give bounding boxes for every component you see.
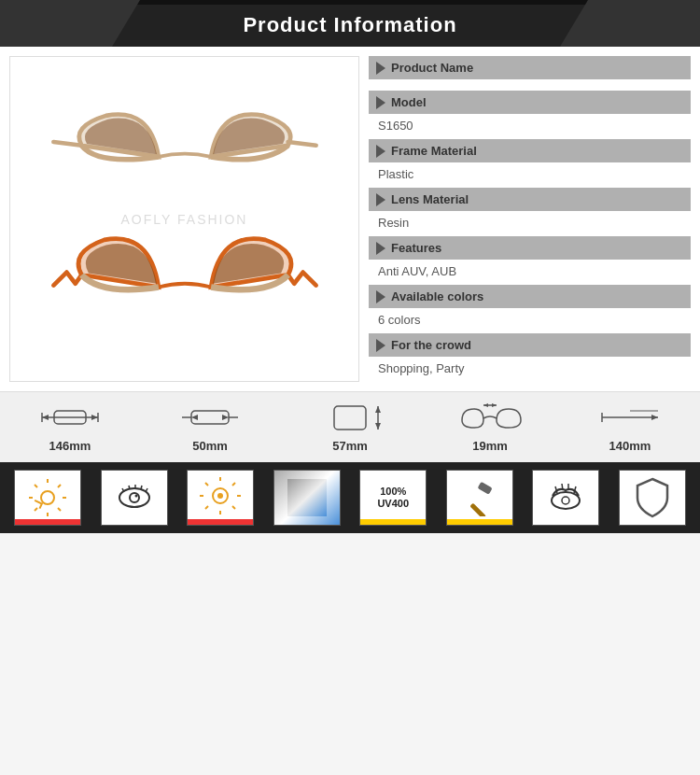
feature-gradient-lens bbox=[270, 470, 344, 526]
yellow-bar-5 bbox=[447, 519, 512, 525]
svg-line-57 bbox=[562, 484, 563, 490]
svg-line-1 bbox=[287, 142, 315, 146]
svg-point-34 bbox=[130, 493, 139, 502]
measurement-icon-temple bbox=[597, 402, 663, 434]
arrow-icon-4 bbox=[376, 242, 385, 255]
uv400-text: 100%UV400 bbox=[377, 486, 409, 510]
arrow-icon-3 bbox=[376, 193, 385, 206]
svg-marker-15 bbox=[375, 406, 381, 413]
svg-point-35 bbox=[134, 495, 137, 498]
svg-rect-53 bbox=[469, 503, 486, 516]
feature-icon-lash bbox=[532, 470, 599, 526]
measurement-icon-total-width bbox=[37, 402, 103, 434]
main-content: AOFLY FASHION Product Name Model S1650 F… bbox=[0, 47, 700, 391]
field-value-2: Plastic bbox=[369, 162, 691, 188]
feature-light-filter bbox=[183, 470, 258, 526]
svg-line-32 bbox=[35, 508, 37, 511]
field-value-1: S1650 bbox=[369, 114, 691, 139]
measurement-lens-height: 57mm bbox=[317, 402, 383, 453]
field-label-2: Frame Material bbox=[391, 144, 477, 158]
arrow-icon-5 bbox=[376, 290, 385, 303]
field-value-3: Resin bbox=[369, 211, 691, 236]
field-label-0: Product Name bbox=[391, 61, 473, 75]
measurement-label-2: 57mm bbox=[332, 439, 368, 453]
field-value-5: 6 colors bbox=[369, 308, 691, 333]
svg-marker-3 bbox=[42, 415, 49, 420]
page-header: Product Information bbox=[0, 0, 700, 47]
feature-eye-protection bbox=[97, 470, 172, 526]
field-label-1: Model bbox=[391, 95, 427, 109]
field-value-4: Anti AUV, AUB bbox=[369, 260, 691, 285]
svg-point-24 bbox=[41, 491, 54, 504]
field-header-model: Model bbox=[369, 91, 691, 114]
svg-rect-51 bbox=[287, 479, 327, 516]
yellow-bar-4 bbox=[360, 519, 426, 525]
field-header-frame: Frame Material bbox=[369, 139, 691, 162]
measurement-total-width: 146mm bbox=[37, 402, 103, 453]
measurement-bridge-width: 19mm bbox=[457, 402, 523, 453]
svg-marker-16 bbox=[375, 423, 381, 430]
product-image-panel: AOFLY FASHION bbox=[9, 56, 359, 382]
measurement-lens-width: 50mm bbox=[177, 402, 243, 453]
svg-line-37 bbox=[129, 486, 130, 489]
svg-line-40 bbox=[146, 488, 147, 492]
svg-marker-18 bbox=[483, 403, 488, 407]
info-panel: Product Name Model S1650 Frame Material … bbox=[369, 56, 691, 382]
features-bar: 100%UV400 bbox=[0, 462, 700, 533]
ribbon-right bbox=[560, 0, 700, 47]
feature-durable bbox=[442, 470, 517, 526]
measurement-label-0: 146mm bbox=[49, 439, 91, 453]
field-label-5: Available colors bbox=[391, 289, 483, 303]
feature-icon-eye bbox=[101, 470, 168, 526]
svg-point-55 bbox=[562, 497, 569, 504]
svg-point-50 bbox=[217, 493, 223, 499]
svg-rect-13 bbox=[334, 406, 366, 430]
feature-anti-fog bbox=[528, 470, 603, 526]
field-label-6: For the crowd bbox=[391, 338, 471, 352]
svg-marker-4 bbox=[91, 415, 98, 420]
measurement-icon-bridge bbox=[457, 402, 523, 434]
measurement-icon-lens-width bbox=[177, 402, 243, 434]
feature-icon-hammer bbox=[446, 470, 513, 526]
field-header-colors: Available colors bbox=[369, 285, 691, 308]
glasses-container: AOFLY FASHION bbox=[20, 100, 349, 337]
field-header-crowd: For the crowd bbox=[369, 333, 691, 357]
svg-rect-52 bbox=[477, 482, 492, 495]
svg-line-39 bbox=[141, 486, 142, 489]
svg-line-30 bbox=[58, 508, 61, 511]
svg-marker-19 bbox=[492, 403, 497, 407]
measurement-icon-lens-height bbox=[317, 402, 383, 434]
field-header-lens: Lens Material bbox=[369, 188, 691, 211]
feature-icon-light bbox=[187, 470, 254, 526]
measurement-label-4: 140mm bbox=[609, 439, 651, 453]
svg-line-46 bbox=[205, 483, 208, 486]
arrow-icon-0 bbox=[376, 62, 385, 75]
svg-marker-11 bbox=[191, 415, 198, 420]
svg-line-48 bbox=[232, 483, 235, 486]
svg-marker-12 bbox=[222, 415, 229, 420]
red-bar-2 bbox=[188, 519, 253, 525]
measurement-label-3: 19mm bbox=[472, 439, 508, 453]
feature-uv-protection bbox=[10, 470, 85, 526]
svg-line-47 bbox=[232, 506, 235, 509]
field-label-4: Features bbox=[391, 241, 441, 255]
feature-icon-uv400: 100%UV400 bbox=[359, 470, 427, 526]
field-header-features: Features bbox=[369, 236, 691, 260]
arrow-icon-6 bbox=[376, 339, 385, 352]
svg-line-31 bbox=[58, 485, 61, 487]
arrow-icon-2 bbox=[376, 145, 385, 158]
field-value-6: Shopping, Party bbox=[369, 357, 691, 382]
glasses-image-bottom bbox=[45, 224, 325, 338]
feature-uv400: 100%UV400 bbox=[356, 470, 430, 526]
field-label-3: Lens Material bbox=[391, 192, 469, 206]
glasses-image-top bbox=[45, 100, 325, 205]
svg-line-29 bbox=[35, 485, 37, 487]
feature-icon-shield bbox=[619, 470, 686, 526]
svg-line-49 bbox=[205, 506, 208, 509]
svg-line-0 bbox=[53, 142, 81, 146]
measurements-bar: 146mm 50mm 57mm bbox=[0, 391, 700, 462]
red-bar-0 bbox=[15, 519, 80, 525]
feature-scratch-resistant bbox=[615, 470, 690, 526]
field-value-0 bbox=[369, 79, 691, 91]
feature-icon-sun bbox=[14, 470, 81, 526]
